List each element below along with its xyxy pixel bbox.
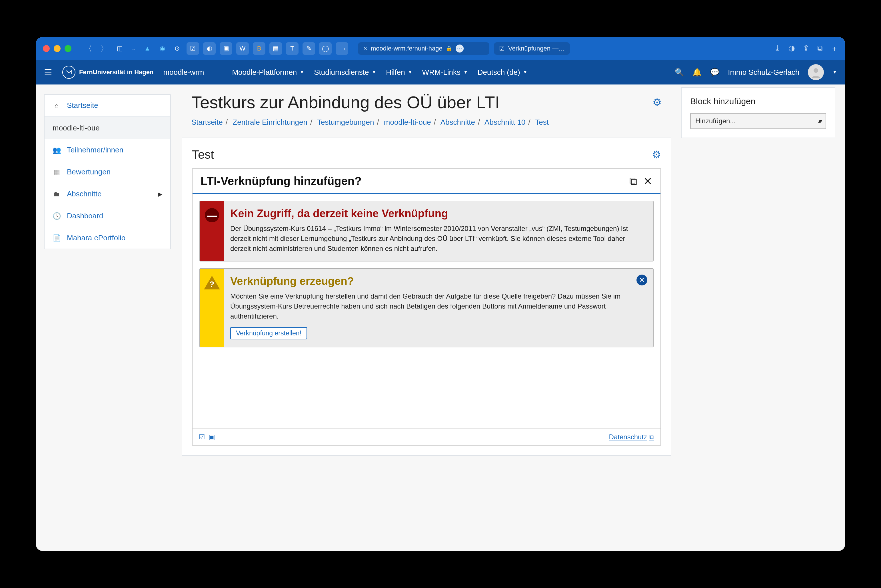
breadcrumb-link[interactable]: Testumgebungen — [317, 118, 374, 126]
nav-link-lang[interactable]: Deutsch (de)▼ — [478, 68, 528, 77]
lock-icon: 🔒 — [446, 45, 452, 52]
ext-icon-8[interactable]: B — [253, 42, 265, 55]
ext-icon-12[interactable]: ◯ — [319, 42, 332, 55]
browser-tab-2[interactable]: ☑ Verknüpfungen —… — [494, 42, 570, 55]
footer-icon-2[interactable]: ▣ — [209, 433, 215, 441]
no-entry-icon: — — [205, 208, 219, 222]
shield-icon[interactable]: ◑ — [788, 44, 795, 54]
site-name: FernUniversität in Hagen — [79, 69, 153, 76]
course-shortname[interactable]: moodle-wrm — [163, 68, 204, 77]
new-tab-icon[interactable]: ＋ — [831, 44, 838, 54]
ext-icon-3[interactable]: ⊙ — [172, 43, 183, 54]
svg-point-0 — [63, 66, 75, 78]
doc-icon: 📄 — [53, 234, 60, 242]
breadcrumb-link[interactable]: Test — [535, 118, 549, 126]
breadcrumb-link[interactable]: Abschnitt 10 — [484, 118, 525, 126]
ext-icon-10[interactable]: T — [286, 42, 299, 55]
ext-icon-6[interactable]: ▣ — [219, 42, 232, 55]
breadcrumb: Startseite/ Zentrale Einrichtungen/ Test… — [182, 114, 671, 135]
lti-header-title: LTI-Verknüpfung hinzufügen? — [200, 175, 623, 188]
search-icon[interactable]: 🔍 — [675, 68, 684, 77]
close-window[interactable] — [43, 45, 50, 52]
messages-icon[interactable]: 💬 — [710, 68, 719, 77]
tabs-icon[interactable]: ⧉ — [817, 44, 823, 54]
warning-message: Verknüpfung erzeugen? Möchten Sie eine V… — [199, 268, 654, 347]
create-link-button[interactable]: Verknüpfung erstellen! — [230, 327, 307, 339]
users-icon: 👥 — [53, 146, 60, 154]
dropdown-icon[interactable]: ⌄ — [129, 45, 138, 52]
page-title: Testkurs zur Anbindung des OÜ über LTI — [191, 93, 652, 112]
breadcrumb-link[interactable]: moodle-lti-oue — [384, 118, 431, 126]
browser-toolbar: 〈 〉 ◫ ⌄ ▲ ◉ ⊙ ☑ ◐ ▣ W B ▤ T ✎ ◯ ▭ ✕ mood… — [36, 37, 845, 60]
breadcrumb-link[interactable]: Abschnitte — [440, 118, 475, 126]
maximize-window[interactable] — [65, 45, 71, 52]
external-icon: ⧉ — [649, 433, 654, 441]
ext-icon-4[interactable]: ☑ — [186, 42, 199, 55]
nav-link-studium[interactable]: Studiumsdienste▼ — [314, 68, 376, 77]
sidebar-toggle-icon[interactable]: ◫ — [114, 43, 125, 54]
error-body: Der Übungssystem-Kurs 01614 – „Testkurs … — [230, 224, 645, 254]
close-icon[interactable]: ✕ — [643, 175, 652, 188]
tacho-icon: 🕓 — [53, 212, 60, 220]
error-message: — Kein Zugriff, da derzeit keine Verknüp… — [199, 201, 654, 261]
user-name[interactable]: Immo Schulz-Gerlach — [728, 68, 799, 77]
breadcrumb-link[interactable]: Startseite — [191, 118, 223, 126]
activity-card: Test ⚙ LTI-Verknüpfung hinzufügen? ⧉ ✕ — — [182, 138, 671, 456]
activity-gear-icon[interactable]: ⚙ — [652, 149, 661, 161]
select-updown-icon: ▴▾ — [818, 118, 821, 124]
privacy-link[interactable]: Datenschutz⧉ — [609, 433, 654, 441]
tab-label: moodle-wrm.fernuni-hage — [371, 45, 442, 52]
folder-icon: 🖿 — [53, 190, 60, 198]
minimize-window[interactable] — [54, 45, 60, 52]
svg-point-1 — [813, 68, 818, 73]
ext-icon-11[interactable]: ✎ — [302, 42, 315, 55]
back-button[interactable]: 〈 — [82, 44, 94, 54]
ext-icon-13[interactable]: ▭ — [336, 42, 348, 55]
breadcrumb-link[interactable]: Zentrale Einrichtungen — [233, 118, 307, 126]
close-tab-icon[interactable]: ✕ — [363, 45, 367, 52]
tab-label: Verknüpfungen —… — [508, 45, 565, 52]
site-navbar: ☰ FernUniversität in Hagen moodle-wrm Mo… — [36, 60, 845, 84]
notifications-icon[interactable]: 🔔 — [693, 68, 702, 77]
warning-title: Verknüpfung erzeugen? — [230, 275, 645, 287]
warning-body: Möchten Sie eine Verknüpfung herstellen … — [230, 291, 645, 321]
download-icon[interactable]: ⤓ — [774, 44, 780, 54]
ext-icon-7[interactable]: W — [236, 42, 249, 55]
add-block-card: Block hinzufügen Hinzufügen... ▴▾ — [681, 87, 835, 138]
lti-frame: LTI-Verknüpfung hinzufügen? ⧉ ✕ — Kein Z… — [192, 168, 661, 446]
sidebar-item-participants[interactable]: 👥Teilnehmer/innen — [45, 139, 170, 161]
sidebar-item-grades[interactable]: ▦Bewertungen — [45, 161, 170, 183]
ext-icon-5[interactable]: ◐ — [203, 42, 216, 55]
ext-icon-1[interactable]: ▲ — [142, 43, 153, 54]
nav-link-platforms[interactable]: Moodle-Plattformen▼ — [232, 68, 304, 77]
share-icon[interactable]: ⇪ — [803, 44, 809, 54]
sidebar-item-course[interactable]: moodle-lti-oue — [45, 117, 170, 139]
tab-icon: ☑ — [499, 45, 505, 52]
ext-icon-2[interactable]: ◉ — [157, 43, 168, 54]
ext-icon-9[interactable]: ▤ — [269, 42, 282, 55]
sidebar-item-sections[interactable]: 🖿Abschnitte▶ — [45, 183, 170, 205]
sidebar-item-dashboard[interactable]: 🕓Dashboard — [45, 205, 170, 227]
site-logo[interactable]: FernUniversität in Hagen — [62, 65, 153, 79]
error-title: Kein Zugriff, da derzeit keine Verknüpfu… — [230, 207, 645, 220]
popout-icon[interactable]: ⧉ — [629, 175, 637, 188]
avatar[interactable] — [808, 64, 824, 80]
forward-button[interactable]: 〉 — [98, 44, 110, 54]
window-controls — [43, 45, 71, 52]
add-block-select[interactable]: Hinzufügen... ▴▾ — [690, 113, 826, 129]
more-icon[interactable]: ⋯ — [456, 45, 464, 52]
chevron-right-icon: ▶ — [158, 190, 162, 198]
home-icon: ⌂ — [53, 102, 60, 110]
hamburger-icon[interactable]: ☰ — [44, 67, 52, 78]
course-sidebar: ⌂Startseite moodle-lti-oue 👥Teilnehmer/i… — [36, 84, 179, 551]
activity-title: Test — [192, 148, 652, 162]
nav-link-help[interactable]: Hilfen▼ — [386, 68, 412, 77]
add-block-title: Block hinzufügen — [690, 96, 826, 106]
footer-icon-1[interactable]: ☑ — [199, 433, 205, 441]
nav-link-wrm[interactable]: WRM-Links▼ — [422, 68, 468, 77]
sidebar-item-home[interactable]: ⌂Startseite — [45, 95, 170, 117]
sidebar-item-mahara[interactable]: 📄Mahara ePortfolio — [45, 227, 170, 249]
user-menu-caret[interactable]: ▼ — [833, 70, 837, 75]
browser-tab-active[interactable]: ✕ moodle-wrm.fernuni-hage 🔒 ⋯ — [358, 42, 489, 55]
page-settings-gear-icon[interactable]: ⚙ — [652, 96, 662, 108]
